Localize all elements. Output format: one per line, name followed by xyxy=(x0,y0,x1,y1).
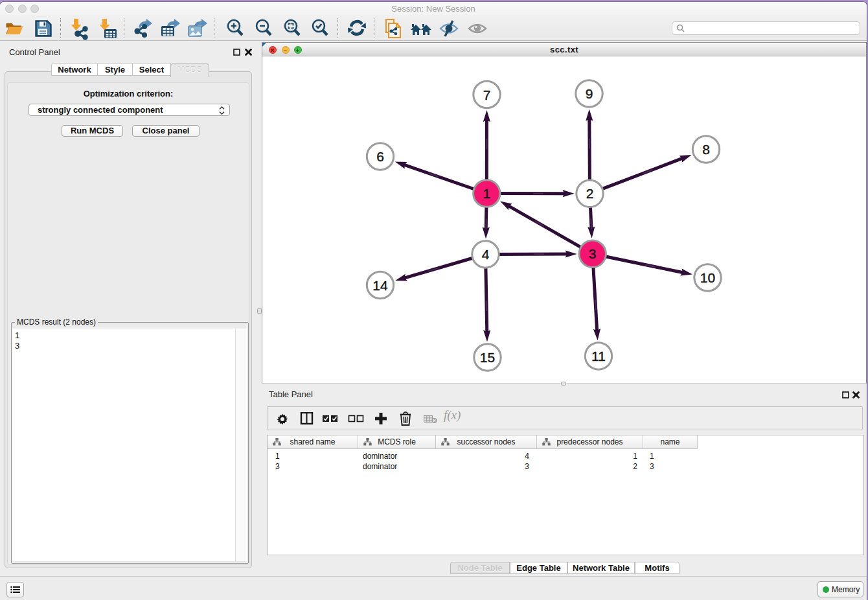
svg-text:10: 10 xyxy=(700,270,715,285)
svg-text:15: 15 xyxy=(480,350,495,365)
svg-text:11: 11 xyxy=(591,349,606,363)
svg-text:9: 9 xyxy=(586,86,593,101)
svg-text:7: 7 xyxy=(483,87,491,102)
svg-text:14: 14 xyxy=(372,278,388,293)
svg-text:4: 4 xyxy=(482,247,490,262)
svg-text:2: 2 xyxy=(586,186,594,201)
svg-text:6: 6 xyxy=(376,149,384,164)
svg-text:3: 3 xyxy=(589,246,597,261)
svg-text:1: 1 xyxy=(483,186,490,201)
svg-text:8: 8 xyxy=(702,142,710,157)
